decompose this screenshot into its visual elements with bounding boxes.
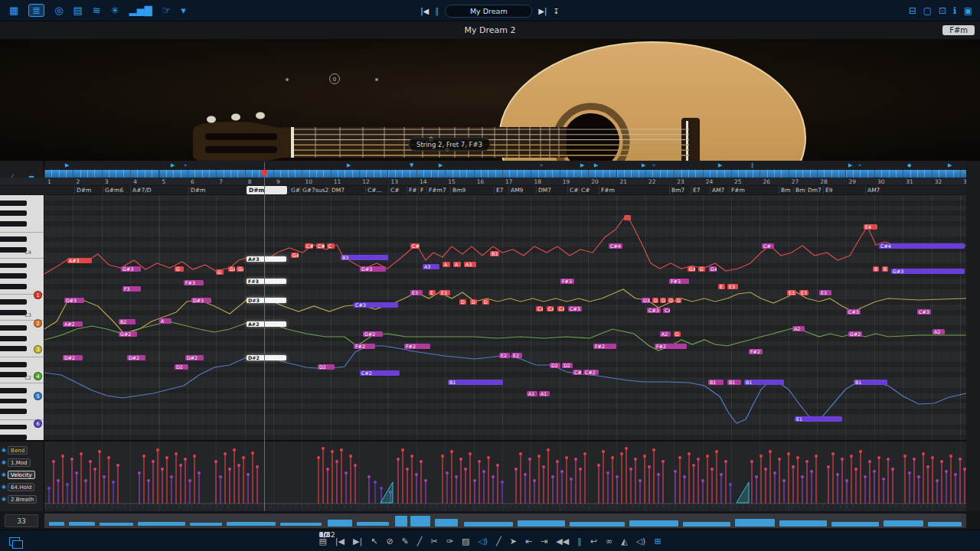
section-marker[interactable]: ▶ (439, 162, 443, 168)
midi-note[interactable]: G#3 (360, 266, 386, 272)
pause-button-icon[interactable]: ‖ (577, 537, 582, 546)
piano-key-black[interactable] (0, 299, 27, 305)
go-start-icon[interactable]: ◀◀ (556, 537, 569, 546)
midi-note[interactable]: G#2 (363, 331, 383, 337)
midi-note[interactable]: C#2 (360, 370, 400, 376)
midi-note[interactable]: A#3 (67, 258, 92, 263)
chord-cell[interactable]: E9 (823, 186, 851, 194)
chord-cell[interactable]: F#m (729, 186, 757, 194)
section-marker[interactable]: ▶ (171, 162, 175, 168)
midi-note[interactable]: C# (573, 370, 582, 375)
midi-note[interactable]: G# (688, 266, 695, 272)
section-marker[interactable]: ▶ (642, 162, 645, 168)
grid-resolution-value[interactable]: 1/32 (318, 531, 335, 539)
note-grid-area[interactable] (44, 195, 966, 440)
string-badge[interactable]: 4 (34, 372, 42, 380)
mute-tool-icon[interactable]: ⊘ (386, 537, 393, 546)
midi-note[interactable]: E3 (410, 290, 423, 295)
midi-note[interactable]: D#3 (64, 298, 84, 303)
midi-note[interactable]: G#2 (119, 331, 137, 337)
volume-icon[interactable]: ◁) (636, 537, 646, 546)
cursor-tool-icon[interactable]: ↖ (371, 537, 377, 546)
midi-note[interactable]: G (175, 266, 184, 272)
piano-key-black[interactable] (0, 263, 27, 269)
midi-note[interactable]: C# (762, 243, 774, 249)
lane-item-2-breath[interactable]: ◉2.Breath (0, 494, 44, 504)
piano-key-black[interactable] (0, 236, 27, 242)
strum-hand-icon[interactable]: ☞ (162, 5, 172, 15)
midi-note[interactable]: F#3 (184, 280, 204, 285)
midi-note[interactable]: C (327, 243, 335, 249)
key-signature-button[interactable]: F#m (942, 25, 975, 35)
chord-cell[interactable]: Bm9 (450, 186, 479, 194)
section-marker[interactable]: » (184, 162, 187, 168)
level-meter-icon[interactable]: ▂▅▇ (129, 5, 152, 15)
midi-note[interactable]: E (718, 284, 725, 289)
midi-note[interactable]: G# (237, 266, 243, 272)
lane-item-bend[interactable]: ◉Bend (0, 445, 44, 455)
erase-tool-icon[interactable]: ▨ (462, 537, 469, 546)
midi-note[interactable]: F#3 (560, 279, 574, 284)
grid-snap-icon[interactable]: ⊞ (654, 537, 661, 546)
audition-icon[interactable]: ◁) (478, 537, 488, 546)
midi-note[interactable]: B1 (854, 380, 887, 385)
midi-note[interactable]: C#3 (917, 309, 931, 315)
midi-note[interactable]: A3 (423, 264, 439, 269)
eye-icon[interactable]: ◉ (2, 471, 6, 478)
keyboard-panel-icon[interactable]: ▤ (74, 5, 83, 15)
prev-song-icon[interactable]: |◀ (420, 7, 429, 15)
link-icon[interactable]: ∞ (606, 537, 612, 546)
midi-note[interactable]: D (675, 298, 681, 303)
next-bar-icon[interactable]: ▶| (353, 537, 362, 546)
playhead-line[interactable] (264, 162, 265, 511)
midi-note[interactable]: D#2 (127, 355, 145, 360)
piano-key-black[interactable] (0, 409, 27, 414)
midi-note[interactable]: B2 (119, 319, 136, 324)
midi-note[interactable]: F#3 (247, 279, 286, 284)
chord-track[interactable]: D#mG#m6A#7/DD#mD#mG#G#7sus2DM7C#…C#F#FF#… (0, 186, 980, 195)
chord-cell[interactable]: G#m6 (103, 186, 131, 194)
legato-icon[interactable]: ➤ (510, 537, 517, 546)
piano-key-black[interactable] (0, 284, 27, 289)
chord-cell[interactable]: G#7sus2 (300, 186, 328, 194)
midi-note[interactable]: C#3 (354, 302, 398, 308)
section-marker[interactable]: » (652, 162, 655, 168)
midi-note[interactable]: A (443, 262, 450, 267)
midi-note[interactable]: F#2 (749, 349, 763, 354)
midi-note[interactable]: A2 (792, 326, 805, 331)
midi-note[interactable]: D#3 (191, 298, 211, 303)
midi-note[interactable]: G#3 (121, 266, 141, 272)
section-marker[interactable]: » (540, 162, 543, 168)
section-marker[interactable]: » (858, 162, 861, 168)
section-marker[interactable]: ▶ (580, 162, 584, 168)
nudge-left-icon[interactable]: ⇤ (525, 537, 532, 546)
midi-note[interactable]: D2 (318, 364, 335, 370)
string-badge[interactable]: 3 (34, 345, 42, 354)
midi-note[interactable]: E3 (727, 284, 738, 289)
midi-note[interactable]: B (873, 266, 879, 272)
midi-note[interactable]: D2 (550, 363, 560, 368)
nudge-right-icon[interactable]: ⇥ (541, 537, 547, 546)
instrument-panel-icon[interactable]: ▦ (9, 5, 18, 15)
midi-note[interactable]: E (429, 290, 436, 295)
midi-note[interactable]: D (459, 299, 466, 305)
midi-note[interactable]: C# (316, 243, 325, 249)
chord-cell[interactable]: A#7/D (130, 186, 158, 194)
piano-key-black[interactable] (0, 325, 27, 331)
piano-key-black[interactable] (0, 399, 27, 404)
section-marker[interactable]: ▶ (347, 162, 351, 168)
loop-icon[interactable]: ↩ (590, 537, 597, 546)
midi-note[interactable]: C# (663, 308, 670, 313)
eye-icon[interactable]: ◉ (2, 459, 6, 465)
section-marker[interactable]: ▶ (948, 162, 952, 168)
midi-note[interactable]: B1 (708, 380, 724, 385)
midi-note[interactable]: C#2 (583, 370, 599, 375)
midi-note[interactable]: A#3 (247, 256, 286, 262)
chord-cell[interactable]: AM9 (508, 186, 537, 194)
piano-key-black[interactable] (0, 273, 27, 279)
midi-note[interactable]: E2 (511, 353, 522, 358)
midi-note[interactable]: G (216, 269, 224, 275)
midi-note[interactable]: G# (228, 266, 235, 272)
metronome-icon[interactable]: ◭ (621, 537, 627, 546)
midi-note[interactable]: D#2 (185, 355, 204, 360)
